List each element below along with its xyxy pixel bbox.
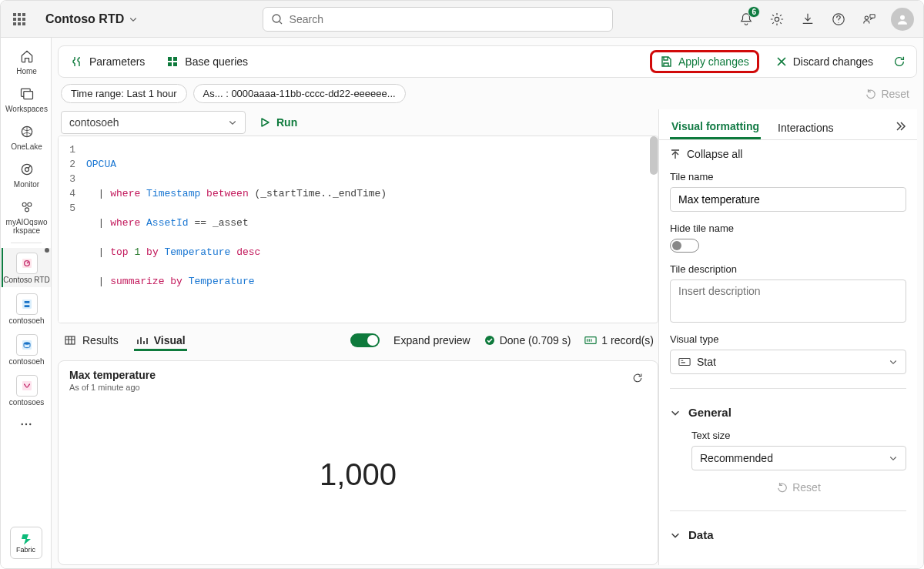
- collapse-all-button[interactable]: Collapse all: [670, 148, 906, 160]
- chevrons-right-icon: [894, 120, 906, 132]
- apply-changes-button[interactable]: Apply changes: [650, 50, 759, 73]
- person-icon: [896, 12, 909, 26]
- svg-rect-27: [65, 336, 75, 344]
- svg-rect-16: [22, 300, 32, 309]
- stat-value: 1,000: [320, 457, 397, 492]
- help-button[interactable]: [829, 10, 848, 28]
- notifications-button[interactable]: 6: [737, 10, 755, 28]
- panel-expand-button[interactable]: [894, 120, 906, 135]
- section-data[interactable]: Data: [670, 528, 906, 541]
- time-range-pill[interactable]: Time range: Last 1 hour: [61, 84, 187, 103]
- tab-visual-formatting[interactable]: Visual formatting: [670, 115, 761, 139]
- hide-tile-name-label: Hide tile name: [670, 223, 906, 234]
- undo-icon: [865, 89, 876, 99]
- onelake-icon: [19, 124, 35, 139]
- divider: [670, 388, 906, 389]
- refresh-button[interactable]: [890, 52, 909, 71]
- nav-home[interactable]: Home: [2, 42, 51, 79]
- expand-label: Expand preview: [393, 334, 470, 346]
- discard-label: Discard changes: [793, 55, 873, 68]
- chevron-down-icon: [670, 407, 681, 418]
- asset-pill[interactable]: As... : 0000aaaa-11bb-cccc-dd22-eeeeee..…: [193, 84, 406, 103]
- editor-gutter: 1 2 3 4 5: [59, 136, 80, 323]
- expand-preview-toggle[interactable]: [350, 333, 380, 347]
- nav-label: contosoeh: [8, 357, 44, 366]
- nav-more[interactable]: [19, 413, 33, 438]
- svg-point-20: [21, 423, 22, 425]
- tile-description-input[interactable]: [670, 279, 906, 323]
- general-reset[interactable]: Reset: [691, 478, 906, 497]
- nav-contoso-rtd[interactable]: Contoso RTD: [2, 248, 51, 287]
- tile-name-input[interactable]: [670, 187, 906, 212]
- parameter-pills: Time range: Last 1 hour As... : 0000aaaa…: [58, 84, 917, 103]
- data-source-dropdown[interactable]: contosoeh: [61, 111, 246, 134]
- text-size-value: Recommended: [700, 452, 773, 464]
- settings-button[interactable]: [768, 10, 786, 28]
- nav-onelake[interactable]: OneLake: [2, 118, 51, 154]
- account-avatar[interactable]: [891, 8, 914, 31]
- notification-badge: 6: [748, 6, 760, 18]
- divider: [670, 510, 906, 511]
- pills-reset[interactable]: Reset: [865, 88, 914, 100]
- tab-interactions[interactable]: Interactions: [776, 117, 835, 139]
- nav-workspaces[interactable]: Workspaces: [2, 80, 51, 116]
- workspace-title: Contoso RTD: [45, 12, 124, 26]
- visual-type-dropdown[interactable]: Stat: [670, 350, 906, 374]
- run-label: Run: [276, 116, 297, 129]
- nav-label: Workspaces: [5, 105, 48, 113]
- tile-description-label: Tile description: [670, 263, 906, 275]
- tab-results[interactable]: Results: [62, 330, 120, 351]
- run-button[interactable]: Run: [255, 113, 302, 132]
- rail-separator: [11, 243, 42, 243]
- query-status: Done (0.709 s): [484, 334, 571, 346]
- editor-code[interactable]: OPCUA | where Timestamp between (_startT…: [80, 136, 658, 323]
- base-queries-button[interactable]: Base queries: [162, 52, 253, 71]
- global-search[interactable]: [263, 7, 613, 32]
- nav-contosoeh-2[interactable]: contosoeh: [2, 330, 51, 369]
- text-size-dropdown[interactable]: Recommended: [691, 446, 906, 470]
- section-general[interactable]: General: [670, 406, 906, 419]
- svg-rect-19: [22, 381, 32, 390]
- tab-label: Visual: [154, 334, 186, 346]
- search-input[interactable]: [290, 13, 604, 25]
- parameters-button[interactable]: Parameters: [66, 52, 149, 71]
- svg-point-13: [25, 208, 28, 212]
- close-dot-icon[interactable]: [45, 248, 49, 253]
- ellipsis-icon: [19, 417, 33, 431]
- discard-changes-button[interactable]: Discard changes: [772, 52, 878, 71]
- nav-contosoeh-1[interactable]: contosoeh: [2, 289, 51, 328]
- editor-scrollbar[interactable]: [650, 136, 658, 175]
- fabric-button[interactable]: Fabric: [10, 527, 42, 559]
- svg-point-12: [27, 202, 31, 206]
- download-button[interactable]: [798, 10, 817, 28]
- nav-contosoes[interactable]: contosoes: [2, 370, 51, 410]
- dashboard-app-icon: [21, 257, 33, 269]
- preview-refresh-button[interactable]: [628, 369, 647, 387]
- chevron-down-icon: [129, 15, 138, 24]
- nav-monitor[interactable]: Monitor: [2, 156, 51, 192]
- collapse-icon: [670, 149, 681, 159]
- download-icon: [801, 12, 815, 26]
- nav-workspace-item[interactable]: myAIOqswo rkspace: [2, 193, 51, 238]
- left-nav-rail: Home Workspaces OneLake Monitor myAIOqsw…: [1, 38, 52, 568]
- parameters-label: Parameters: [89, 55, 145, 68]
- svg-rect-4: [870, 14, 875, 18]
- apply-changes-label: Apply changes: [678, 55, 749, 68]
- parameters-icon: [71, 55, 83, 68]
- query-editor[interactable]: 1 2 3 4 5 OPCUA | where Timestamp betwee…: [58, 136, 658, 323]
- svg-point-18: [24, 342, 30, 344]
- tab-visual[interactable]: Visual: [134, 330, 187, 351]
- record-count: 1 record(s): [584, 334, 654, 346]
- formatting-panel: Visual formatting Interactions Collapse …: [658, 109, 917, 565]
- app-launcher-icon[interactable]: [10, 10, 28, 28]
- svg-rect-30: [679, 359, 690, 366]
- nav-label: contosoes: [9, 398, 45, 407]
- nav-label: Home: [16, 67, 37, 75]
- feedback-button[interactable]: [860, 10, 879, 28]
- workspace-title-dropdown[interactable]: Contoso RTD: [45, 12, 138, 26]
- svg-point-5: [900, 15, 905, 19]
- home-icon: [19, 49, 35, 64]
- top-actions: 6: [737, 8, 914, 31]
- hide-tile-name-toggle[interactable]: [670, 239, 699, 253]
- person-feedback-icon: [862, 12, 876, 26]
